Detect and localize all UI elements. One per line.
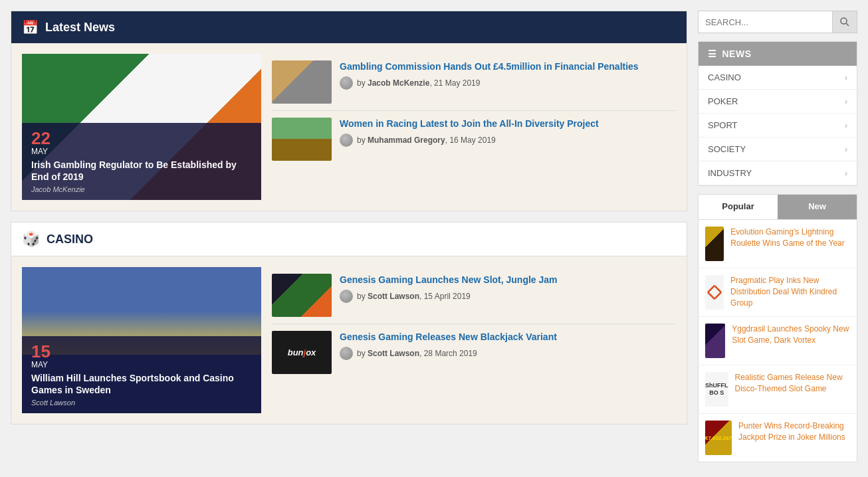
article-thumb-jungle [272, 274, 332, 317]
featured-date-month: MAY [31, 147, 252, 156]
article-by: by Scott Lawson, 15 April 2019 [357, 292, 471, 301]
tab-popular[interactable]: Popular [699, 195, 778, 219]
casino-body: 15 MAY William Hill Launches Sportsbook … [11, 256, 687, 424]
popular-thumb-dark-vortex [705, 324, 725, 358]
featured-article[interactable]: 22 MAY Irish Gambling Regulator to Be Es… [22, 54, 261, 200]
article-item: Gambling Commission Hands Out £4.5millio… [272, 54, 676, 111]
casino-date-month: MAY [31, 360, 252, 369]
article-content: Gambling Commission Hands Out £4.5millio… [340, 60, 676, 90]
popular-item-realistic[interactable]: ShUFFLBO S Realistic Games Release New D… [699, 365, 857, 414]
svg-line-1 [846, 23, 849, 26]
sidebar-casino-label: CASINO [708, 72, 741, 82]
search-button[interactable] [832, 11, 857, 33]
sidebar-item-sport[interactable]: SPORT › [699, 114, 857, 138]
popular-thumb-shuffle: ShUFFLBO S [705, 372, 728, 407]
sidebar-item-society[interactable]: SOCIETY › [699, 138, 857, 161]
casino-featured-article[interactable]: 15 MAY William Hill Launches Sportsbook … [22, 267, 261, 413]
featured-overlay: 22 MAY Irish Gambling Regulator to Be Es… [22, 123, 261, 200]
article-meta: by Scott Lawson, 28 March 2019 [340, 347, 676, 360]
latest-news-title: Latest News [45, 21, 115, 35]
casino-articles-list: Genesis Gaming Launches New Slot, Jungle… [272, 267, 676, 413]
popular-thumb-kindred [705, 275, 724, 310]
svg-line-2 [708, 286, 714, 292]
latest-news-header: 📅 Latest News [11, 11, 687, 43]
chevron-right-icon: › [845, 145, 847, 154]
casino-icon: 🎲 [22, 231, 40, 248]
article-item: bunjox Genesis Gaming Releases New Black… [272, 324, 676, 381]
casino-title: CASINO [47, 233, 93, 246]
chevron-right-icon: › [845, 73, 847, 82]
casino-header: 🎲 CASINO [11, 223, 687, 256]
casino-featured-title: William Hill Launches Sportsbook and Cas… [31, 372, 252, 396]
sidebar-poker-label: POKER [708, 96, 738, 106]
tab-new[interactable]: New [778, 195, 857, 219]
article-by: by Muhammad Gregory, 16 May 2019 [357, 136, 496, 145]
sidebar-industry-label: INDUSTRY [708, 168, 752, 178]
news-widget-header: ☰ NEWS [699, 42, 857, 66]
popular-item-kindred[interactable]: Pragmatic Play Inks New Distribution Dea… [699, 268, 857, 317]
popular-text-evolution: Evolution Gaming's Lightning Roulette Wi… [730, 227, 850, 249]
article-item: Women in Racing Latest to Join the All-I… [272, 111, 676, 167]
article-item: Genesis Gaming Launches New Slot, Jungle… [272, 267, 676, 324]
svg-line-4 [708, 292, 714, 299]
popular-item-evolution[interactable]: Evolution Gaming's Lightning Roulette Wi… [699, 220, 857, 268]
article-meta: by Scott Lawson, 15 April 2019 [340, 290, 676, 303]
article-content: Women in Racing Latest to Join the All-I… [340, 118, 676, 147]
featured-title: Irish Gambling Regulator to Be Establish… [31, 159, 252, 183]
article-content: Genesis Gaming Releases New Blackjack Va… [340, 331, 676, 360]
svg-point-0 [841, 18, 847, 24]
sidebar-item-industry[interactable]: INDUSTRY › [699, 161, 857, 185]
sidebar-item-casino[interactable]: CASINO › [699, 66, 857, 90]
casino-overlay: 15 MAY William Hill Launches Sportsbook … [22, 336, 261, 413]
article-title-gambling[interactable]: Gambling Commission Hands Out £4.5millio… [340, 60, 676, 72]
latest-news-body: 22 MAY Irish Gambling Regulator to Be Es… [11, 43, 687, 211]
casino-featured-author: Scott Lawson [31, 399, 252, 407]
article-thumb-horses [272, 118, 332, 161]
popular-text-realistic: Realistic Games Release New Disco-Themed… [735, 372, 851, 395]
article-title-blackjack[interactable]: Genesis Gaming Releases New Blackjack Va… [340, 331, 676, 343]
latest-news-section: 📅 Latest News 22 MAY Irish Gambling Regu… [11, 11, 687, 211]
chevron-right-icon: › [845, 169, 847, 178]
popular-thumb-jackpot: €7,832,267 [705, 421, 732, 455]
article-meta: by Muhammad Gregory, 16 May 2019 [340, 134, 676, 147]
article-content: Genesis Gaming Launches New Slot, Jungle… [340, 274, 676, 303]
sidebar-society-label: SOCIETY [708, 144, 746, 154]
svg-line-5 [714, 292, 721, 299]
tabs-header: Popular New [699, 195, 857, 220]
sidebar-item-poker[interactable]: POKER › [699, 90, 857, 114]
avatar [340, 290, 353, 303]
svg-line-3 [714, 286, 721, 292]
avatar [340, 76, 353, 90]
search-input[interactable] [699, 11, 832, 33]
article-title-women[interactable]: Women in Racing Latest to Join the All-I… [340, 118, 676, 130]
popular-thumb-evolution [705, 227, 724, 261]
featured-author: Jacob McKenzie [31, 185, 252, 193]
article-thumb-cards [272, 60, 332, 104]
news-categories-widget: ☰ NEWS CASINO › POKER › SPORT › SOCIETY … [698, 41, 857, 186]
article-meta: by Jacob McKenzie, 21 May 2019 [340, 76, 676, 90]
casino-section: 🎲 CASINO 15 MAY William Hill Launches Sp… [11, 222, 687, 425]
chevron-right-icon: › [845, 121, 847, 130]
popular-text-jackpot: Punter Wins Record-Breaking Jackpot Priz… [738, 421, 850, 443]
avatar [340, 347, 353, 360]
article-by: by Jacob McKenzie, 21 May 2019 [357, 78, 480, 88]
search-bar [698, 11, 857, 33]
popular-item-jackpot[interactable]: €7,832,267 Punter Wins Record-Breaking J… [699, 414, 857, 462]
popular-new-widget: Popular New Evolution Gaming's Lightning… [698, 194, 857, 462]
featured-date-day: 22 [31, 130, 252, 147]
article-thumb-bunjox: bunjox [272, 331, 332, 374]
article-by: by Scott Lawson, 28 March 2019 [357, 349, 477, 358]
avatar [340, 134, 353, 147]
sidebar: ☰ NEWS CASINO › POKER › SPORT › SOCIETY … [698, 11, 857, 462]
sidebar-sport-label: SPORT [708, 120, 738, 130]
news-list-icon: ☰ [708, 48, 717, 59]
popular-item-yggdrasil[interactable]: Yggdrasil Launches Spooky New Slot Game,… [699, 317, 857, 365]
casino-date-day: 15 [31, 343, 252, 360]
popular-text-yggdrasil: Yggdrasil Launches Spooky New Slot Game,… [732, 324, 850, 346]
calendar-icon: 📅 [22, 19, 39, 35]
articles-list: Gambling Commission Hands Out £4.5millio… [272, 54, 676, 200]
news-widget-title: NEWS [722, 48, 752, 59]
chevron-right-icon: › [845, 97, 847, 106]
article-title-jungle[interactable]: Genesis Gaming Launches New Slot, Jungle… [340, 274, 676, 286]
popular-text-kindred: Pragmatic Play Inks New Distribution Dea… [730, 275, 850, 308]
